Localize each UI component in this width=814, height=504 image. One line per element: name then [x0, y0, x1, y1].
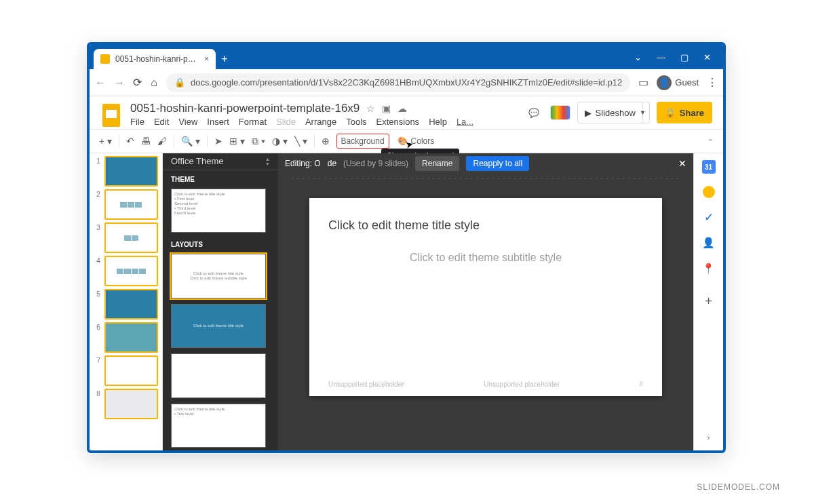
- tab-title: 0051-hoshin-kanri-powerpoint-t: [115, 54, 199, 64]
- rename-button[interactable]: Rename: [415, 156, 459, 171]
- browser-menu-icon[interactable]: ⋮: [707, 76, 718, 89]
- slide-thumb-6[interactable]: [104, 322, 158, 353]
- keep-icon[interactable]: [703, 186, 715, 198]
- image-tool[interactable]: ⧉ ▾: [252, 136, 265, 147]
- editor-banner: Editing: O de (Used by 9 slides) Rename …: [278, 153, 693, 174]
- menu-last-edit[interactable]: La...: [457, 117, 473, 127]
- layout-thumb-2[interactable]: Click to edit theme title style: [171, 304, 266, 348]
- paint-format-button[interactable]: 🖌: [157, 136, 167, 147]
- forward-button[interactable]: →: [114, 77, 125, 89]
- url-field[interactable]: 🔒 docs.google.com/presentation/d/1Vs8x22…: [166, 73, 630, 92]
- subtitle-placeholder[interactable]: Click to edit theme subtitle style: [328, 252, 643, 264]
- shape-tool[interactable]: ◑ ▾: [272, 136, 288, 147]
- slide-thumb-2[interactable]: [104, 189, 158, 220]
- menu-extensions[interactable]: Extensions: [376, 117, 420, 127]
- slides-panel[interactable]: 1 2 3 4 5 6 7 8: [90, 153, 163, 450]
- menu-slide: Slide: [276, 117, 296, 127]
- used-by-label: (Used by 9 slides): [343, 159, 408, 168]
- meet-button[interactable]: [550, 105, 570, 120]
- add-on-button[interactable]: +: [702, 294, 716, 308]
- menu-insert[interactable]: Insert: [207, 117, 229, 127]
- comment-button[interactable]: ⊕: [322, 136, 330, 147]
- horizontal-ruler[interactable]: [292, 174, 680, 185]
- tasks-icon[interactable]: ✓: [702, 210, 716, 224]
- maps-icon[interactable]: 📍: [702, 262, 716, 275]
- layout-thumb-4[interactable]: Click to edit theme title style • Text l…: [171, 404, 266, 448]
- app-header: 0051-hoshin-kanri-powerpoint-template-16…: [90, 96, 723, 129]
- menu-view[interactable]: View: [178, 117, 197, 127]
- close-window-button[interactable]: ✕: [703, 52, 711, 62]
- slides-logo[interactable]: [100, 102, 122, 129]
- move-icon[interactable]: ▣: [382, 103, 391, 114]
- menu-tools[interactable]: Tools: [346, 117, 366, 127]
- back-button[interactable]: ←: [95, 77, 106, 89]
- layout-thumb-1[interactable]: Click to edit theme title style Click to…: [171, 254, 266, 298]
- colors-button[interactable]: 🎨 Colors: [396, 136, 436, 146]
- print-button[interactable]: 🖶: [141, 136, 151, 147]
- slide-canvas[interactable]: Click to edit theme title style Click to…: [309, 198, 662, 396]
- star-icon[interactable]: ☆: [366, 103, 375, 114]
- home-button[interactable]: ⌂: [150, 77, 158, 89]
- theme-panel-title: Office Theme: [171, 156, 224, 166]
- slideshow-dropdown[interactable]: ▼: [636, 102, 650, 123]
- zoom-button[interactable]: 🔍 ▾: [181, 136, 200, 147]
- line-tool[interactable]: ╲ ▾: [294, 136, 307, 147]
- reader-mode-icon[interactable]: ▭: [638, 76, 648, 89]
- slides-favicon: [100, 54, 110, 64]
- toolbar: + ▾ ↶ 🖶 🖌 🔍 ▾ ➤ ⊞ ▾ ⧉ ▾ ◑ ▾ ╲ ▾ ⊕ Backgr…: [90, 129, 723, 153]
- slide-thumb-5[interactable]: [104, 289, 158, 319]
- layout-thumb-3[interactable]: [171, 353, 266, 398]
- profile-chip[interactable]: 👤 Guest: [657, 75, 699, 90]
- title-placeholder[interactable]: Click to edit theme title style: [328, 218, 643, 233]
- slide-thumb-7[interactable]: [104, 355, 158, 386]
- tab-close-icon[interactable]: ×: [204, 54, 209, 64]
- layouts-section-label: LAYOUTS: [163, 235, 278, 251]
- avatar-icon: 👤: [657, 75, 672, 90]
- slide-thumb-3[interactable]: [104, 222, 158, 253]
- slide-thumb-8[interactable]: [104, 389, 158, 419]
- chevron-down-icon[interactable]: ⌄: [634, 52, 642, 62]
- theme-section-label: THEME: [163, 170, 278, 186]
- calendar-icon[interactable]: 31: [702, 160, 716, 174]
- collapse-rail-button[interactable]: ›: [702, 430, 716, 444]
- cloud-saved-icon[interactable]: ☁: [398, 103, 407, 114]
- watermark: SLIDEMODEL.COM: [697, 482, 780, 492]
- menu-help[interactable]: Help: [429, 117, 447, 127]
- collapse-toolbar-button[interactable]: ⌄: [708, 137, 714, 146]
- select-tool[interactable]: ➤: [214, 136, 222, 147]
- footer-right: #: [639, 381, 643, 388]
- slide-thumb-1[interactable]: [104, 156, 158, 187]
- new-slide-button[interactable]: + ▾: [99, 136, 112, 147]
- contacts-icon[interactable]: 👤: [702, 236, 716, 250]
- maximize-button[interactable]: ▢: [680, 52, 689, 62]
- close-editor-button[interactable]: ✕: [678, 158, 686, 169]
- theme-master-thumb[interactable]: Click to edit theme title style • First …: [171, 189, 266, 233]
- side-rail: 31 ✓ 👤 📍 + ›: [693, 153, 723, 450]
- editor-area: Editing: O de (Used by 9 slides) Rename …: [278, 153, 693, 450]
- menu-bar: File Edit View Insert Format Slide Arran…: [130, 117, 473, 127]
- menu-edit[interactable]: Edit: [154, 117, 169, 127]
- browser-title-bar: 0051-hoshin-kanri-powerpoint-t × + ⌄ ― ▢…: [90, 45, 723, 69]
- new-tab-button[interactable]: +: [216, 49, 233, 69]
- textbox-tool[interactable]: ⊞ ▾: [229, 136, 245, 147]
- menu-file[interactable]: File: [130, 117, 144, 127]
- menu-arrange[interactable]: Arrange: [305, 117, 336, 127]
- slide-thumb-4[interactable]: [104, 256, 158, 286]
- minimize-button[interactable]: ―: [657, 52, 665, 62]
- reload-button[interactable]: ⟳: [133, 76, 142, 89]
- comments-icon[interactable]: 💬: [524, 103, 543, 122]
- background-button[interactable]: Background: [336, 134, 389, 149]
- browser-tab[interactable]: 0051-hoshin-kanri-powerpoint-t ×: [94, 49, 216, 69]
- url-text: docs.google.com/presentation/d/1Vs8x22C3…: [191, 77, 622, 88]
- slideshow-button[interactable]: ▶ Slideshow: [577, 102, 643, 123]
- window-controls: ⌄ ― ▢ ✕: [622, 45, 723, 69]
- reapply-button[interactable]: Reapply to all: [466, 156, 529, 171]
- undo-button[interactable]: ↶: [126, 136, 134, 147]
- menu-format[interactable]: Format: [239, 117, 267, 127]
- theme-switch-icon[interactable]: ▲▼: [265, 157, 270, 166]
- address-bar: ← → ⟳ ⌂ 🔒 docs.google.com/presentation/d…: [90, 69, 723, 96]
- doc-title[interactable]: 0051-hoshin-kanri-powerpoint-template-16…: [130, 102, 360, 115]
- guest-label: Guest: [675, 77, 699, 88]
- share-button[interactable]: 🔒 Share: [657, 102, 712, 123]
- lock-icon: 🔒: [174, 77, 185, 88]
